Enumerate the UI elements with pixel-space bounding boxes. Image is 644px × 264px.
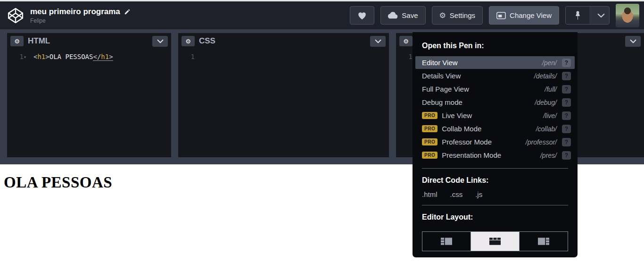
gear-icon: ⚙	[14, 38, 20, 44]
layout-right-button[interactable]	[520, 232, 568, 251]
like-button[interactable]	[350, 6, 374, 25]
change-view-dropdown: Open this Pen in: Editor View /pen/ ? De…	[413, 32, 578, 257]
css-editor-panel: ⚙ CSS 1▾	[178, 33, 389, 157]
css-panel-title: CSS	[199, 36, 215, 46]
settings-button[interactable]: ⚙ Settings	[432, 6, 483, 25]
pro-badge: PRO	[422, 138, 438, 145]
menu-item-editor-view[interactable]: Editor View /pen/ ?	[415, 56, 575, 69]
menu-item-professor-mode[interactable]: PROProfessor Mode /professor/ ?	[415, 136, 575, 148]
chevron-down-icon	[630, 39, 636, 43]
codepen-logo-icon[interactable]	[7, 7, 25, 25]
dropdown-heading: Open this Pen in:	[413, 32, 578, 56]
html-panel-title: HTML	[28, 36, 50, 46]
fold-caret-icon[interactable]: ▾	[24, 54, 26, 60]
editor-layout-switcher	[422, 231, 568, 251]
help-icon[interactable]: ?	[562, 111, 571, 120]
css-panel-gear-button[interactable]: ⚙	[182, 36, 195, 46]
direct-link-html[interactable]: .html	[422, 190, 438, 198]
menu-item-full-page-view[interactable]: Full Page View /full/ ?	[415, 83, 575, 95]
menu-item-debug-mode[interactable]: Debug mode /debug/ ?	[415, 96, 575, 109]
pushpin-icon	[574, 11, 581, 20]
pro-badge: PRO	[422, 152, 438, 159]
menu-item-presentation-mode[interactable]: PROPresentation Mode /pres/ ?	[415, 149, 575, 162]
help-icon[interactable]: ?	[562, 151, 571, 160]
direct-link-js[interactable]: .js	[475, 190, 482, 198]
chevron-down-icon	[597, 13, 605, 18]
js-panel-collapse-button[interactable]	[625, 36, 641, 47]
pin-dropdown-segment[interactable]	[593, 7, 609, 24]
css-panel-collapse-button[interactable]	[370, 36, 386, 47]
menu-item-collab-mode[interactable]: PROCollab Mode /collab/ ?	[415, 122, 575, 135]
menu-item-details-view[interactable]: Details View /details/ ?	[415, 69, 575, 82]
edit-pencil-icon[interactable]	[124, 9, 131, 15]
layout-left-icon	[441, 238, 452, 245]
layout-top-button[interactable]	[471, 232, 520, 251]
line-number: 1	[20, 53, 24, 60]
cloud-icon	[388, 12, 398, 19]
pin-segment[interactable]	[566, 7, 589, 24]
chevron-down-icon	[157, 39, 164, 43]
divider	[422, 168, 568, 169]
layout-right-icon	[538, 238, 549, 245]
pen-title: meu primeiro programa	[30, 7, 120, 17]
layout-top-icon	[489, 238, 501, 245]
divider	[422, 205, 568, 205]
line-number: 1	[191, 53, 195, 60]
gear-icon: ⚙	[185, 38, 191, 44]
html-panel-gear-button[interactable]: ⚙	[10, 36, 24, 46]
chevron-down-icon	[375, 39, 381, 43]
help-icon[interactable]: ?	[562, 59, 571, 67]
save-button[interactable]: Save	[380, 6, 425, 25]
help-icon[interactable]: ?	[562, 85, 571, 94]
html-panel-collapse-button[interactable]	[152, 36, 168, 47]
direct-link-css[interactable]: .css	[450, 190, 463, 198]
css-code-editor[interactable]: 1▾	[178, 49, 389, 60]
gear-icon: ⚙	[403, 38, 409, 44]
layout-left-button[interactable]	[422, 232, 471, 251]
help-icon[interactable]: ?	[562, 98, 571, 107]
heart-icon	[357, 11, 367, 20]
editor-layout-heading: Editor Layout:	[413, 212, 578, 227]
pro-badge: PRO	[422, 112, 438, 119]
pro-badge: PRO	[422, 125, 438, 132]
help-icon[interactable]: ?	[562, 125, 571, 133]
pin-split-button[interactable]	[565, 6, 610, 25]
gear-icon: ⚙	[439, 12, 446, 19]
header-bar: meu primeiro programa Felipe Save ⚙ Sett…	[0, 1, 644, 29]
view-icon	[496, 12, 506, 19]
user-avatar[interactable]	[616, 4, 639, 27]
direct-code-links-heading: Direct Code Links:	[413, 175, 578, 190]
html-editor-panel: ⚙ HTML 1▾ <h1>OLA PESSOAS</h1>	[7, 33, 171, 157]
menu-item-live-view[interactable]: PROLive View /live/ ?	[415, 109, 575, 122]
html-code-editor[interactable]: 1▾ <h1>OLA PESSOAS</h1>	[7, 49, 171, 60]
change-view-button[interactable]: Change View	[489, 6, 559, 25]
line-number: 1	[409, 53, 413, 60]
help-icon[interactable]: ?	[562, 72, 571, 80]
pen-author: Felipe	[30, 17, 131, 24]
js-panel-gear-button[interactable]: ⚙	[399, 36, 413, 46]
help-icon[interactable]: ?	[562, 138, 571, 146]
